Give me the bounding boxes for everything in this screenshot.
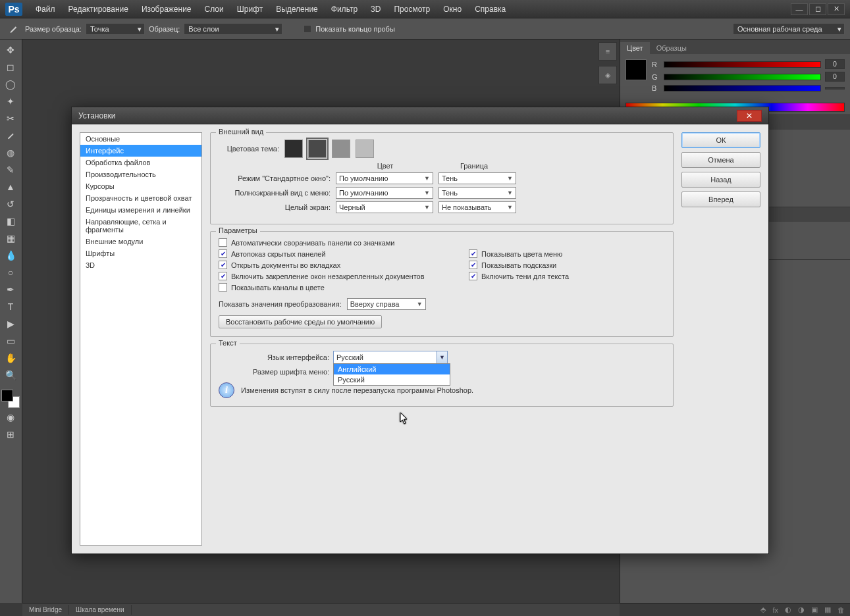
fullscreen-menu-border-select[interactable]: Тень▼ [438,187,516,199]
blur-tool-icon[interactable]: 💧 [1,247,20,263]
brush-tool-icon[interactable]: ✎ [1,162,20,178]
cat-transparency[interactable]: Прозрачность и цветовой охват [80,192,201,204]
prev-button[interactable]: Назад [681,172,760,188]
g-slider[interactable] [664,74,821,80]
theme-swatch-1[interactable] [284,140,303,158]
theme-swatch-4[interactable] [356,140,374,158]
cat-general[interactable]: Основные [80,133,201,145]
cat-type[interactable]: Шрифты [80,247,201,259]
tab-color[interactable]: Цвет [620,42,650,54]
dialog-titlebar[interactable]: Установки ✕ [72,107,768,124]
delete-layer-icon[interactable]: 🗑 [837,606,845,614]
ui-language-select[interactable]: Русский▼ Английский Русский [333,351,448,364]
collapsed-panel-icon-1[interactable]: ≡ [598,42,617,61]
show-sampling-ring-checkbox[interactable] [304,25,311,33]
crop-tool-icon[interactable]: ✂ [1,111,20,126]
link-layers-icon[interactable]: ⬘ [760,605,766,614]
path-select-tool-icon[interactable]: ▶ [1,316,20,332]
history-brush-tool-icon[interactable]: ↺ [1,196,20,212]
menu-file[interactable]: Файл [29,5,62,14]
type-tool-icon[interactable]: T [1,299,20,315]
menu-layer[interactable]: Слои [198,5,230,14]
r-slider[interactable] [664,61,821,68]
tab-swatches[interactable]: Образцы [650,42,693,54]
text-shadow-checkbox[interactable] [469,272,477,280]
menu-filter[interactable]: Фильтр [325,5,364,14]
menu-window[interactable]: Окно [437,5,468,14]
sample-layers-select[interactable]: Все слои [184,23,282,35]
cat-units[interactable]: Единицы измерения и линейки [80,204,201,216]
move-tool-icon[interactable]: ✥ [1,42,20,58]
show-tooltips-checkbox[interactable] [469,261,477,269]
enable-docking-checkbox[interactable] [219,272,227,280]
open-tabs-checkbox[interactable] [219,261,227,269]
close-window-button[interactable]: ✕ [828,3,845,15]
theme-swatch-3[interactable] [332,140,350,158]
menu-view[interactable]: Просмотр [387,5,437,14]
minimize-button[interactable]: — [791,3,808,15]
cat-guides[interactable]: Направляющие, сетка и фрагменты [80,216,201,236]
foreground-color-swatch[interactable] [1,390,13,401]
mini-bridge-tab[interactable]: Mini Bridge [22,605,69,615]
cat-performance[interactable]: Производительность [80,168,201,180]
healing-tool-icon[interactable]: ◍ [1,145,20,161]
lang-option-english[interactable]: Английский [334,364,450,374]
standard-mode-color-select[interactable]: По умолчанию▼ [336,172,433,184]
dodge-tool-icon[interactable]: ○ [1,265,20,280]
lasso-tool-icon[interactable]: ◯ [1,76,20,92]
next-button[interactable]: Вперед [681,192,760,207]
new-layer-icon[interactable]: ▦ [824,605,831,614]
hand-tool-icon[interactable]: ✋ [1,350,20,366]
ok-button[interactable]: ОК [681,132,760,148]
pen-tool-icon[interactable]: ✒ [1,282,20,297]
theme-swatch-2[interactable] [308,140,327,158]
collapsed-panel-icon-2[interactable]: ◈ [598,66,617,84]
cat-plugins[interactable]: Внешние модули [80,236,201,247]
screen-mode-icon[interactable]: ⊞ [1,426,20,442]
dialog-close-button[interactable]: ✕ [737,110,762,122]
auto-show-checkbox[interactable] [219,249,227,258]
sample-size-select[interactable]: Точка [86,23,145,35]
marquee-tool-icon[interactable]: ◻ [1,59,20,75]
auto-collapse-checkbox[interactable] [219,238,227,247]
cat-cursors[interactable]: Курсоры [80,180,201,192]
fullscreen-color-select[interactable]: Черный▼ [336,201,433,213]
stamp-tool-icon[interactable]: ▲ [1,179,20,195]
eyedropper-tool-icon[interactable] [1,128,20,143]
b-slider[interactable] [664,85,821,91]
cat-file-handling[interactable]: Обработка файлов [80,157,201,168]
show-menu-colors-checkbox[interactable] [469,249,477,258]
workspace-select[interactable]: Основная рабочая среда [733,23,845,35]
menu-help[interactable]: Справка [468,5,512,14]
color-swatches[interactable] [1,390,20,408]
fullscreen-border-select[interactable]: Не показывать▼ [438,201,516,213]
restore-workspaces-button[interactable]: Восстановить рабочие среды по умолчанию [219,315,382,328]
menu-3d[interactable]: 3D [364,5,387,14]
eraser-tool-icon[interactable]: ◧ [1,213,20,229]
layer-mask-icon[interactable]: ◐ [785,605,791,614]
transform-values-select[interactable]: Вверху справа▼ [347,298,426,310]
b-value[interactable] [825,87,845,90]
magic-wand-tool-icon[interactable]: ✦ [1,93,20,109]
g-value[interactable]: 0 [825,72,845,82]
layer-fx-icon[interactable]: fx [772,606,778,614]
quick-mask-icon[interactable]: ◉ [1,409,20,425]
menu-select[interactable]: Выделение [269,5,325,14]
menu-type[interactable]: Шрифт [230,5,269,14]
chevron-down-icon[interactable]: ▼ [437,351,447,363]
cancel-button[interactable]: Отмена [681,152,760,168]
r-value[interactable]: 0 [825,59,845,69]
gradient-tool-icon[interactable]: ▦ [1,230,20,246]
shape-tool-icon[interactable]: ▭ [1,333,20,349]
zoom-tool-icon[interactable]: 🔍 [1,367,20,383]
cat-3d[interactable]: 3D [80,259,201,271]
fullscreen-menu-color-select[interactable]: По умолчанию▼ [336,187,433,199]
layer-group-icon[interactable]: ▣ [811,605,818,614]
menu-image[interactable]: Изображение [135,5,198,14]
maximize-button[interactable]: ◻ [809,3,826,15]
adjustment-layer-icon[interactable]: ◑ [798,605,805,614]
timeline-tab[interactable]: Шкала времени [69,605,131,615]
standard-mode-border-select[interactable]: Тень▼ [438,172,516,184]
menu-edit[interactable]: Редактирование [62,5,135,14]
color-preview-swatch[interactable] [625,59,647,80]
